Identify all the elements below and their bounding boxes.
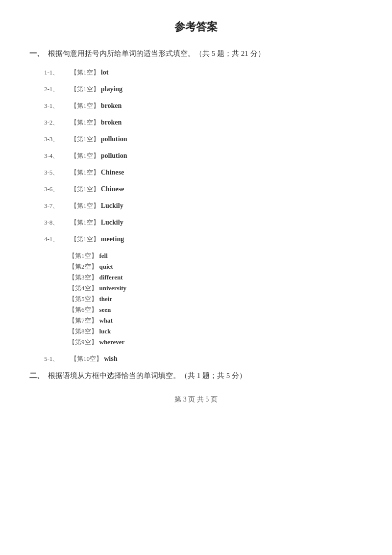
sub-bracket: 【第8空】 xyxy=(69,327,98,336)
sub-answer-text: quiet xyxy=(99,263,113,271)
bracket-label: 【第1空】 xyxy=(71,185,101,193)
answer-text: Chinese xyxy=(101,185,124,193)
bracket-label: 【第1空】 xyxy=(71,152,101,159)
item-label: 3-8、 xyxy=(44,218,69,227)
answer-item: 3-4、【第1空】 pollution xyxy=(29,151,363,160)
sub-answer-line: 【第5空】 their xyxy=(69,295,363,303)
answer-text: Luckily xyxy=(101,202,123,209)
sub-bracket: 【第5空】 xyxy=(69,295,98,303)
answer-item: 1-1、【第1空】 lot xyxy=(29,68,363,77)
item-label: 3-5、 xyxy=(44,168,69,177)
sub-answers: 【第1空】 fell【第2空】 quiet【第3空】 different【第4空… xyxy=(29,252,363,347)
item-label: 3-4、 xyxy=(44,151,69,160)
answer-text: broken xyxy=(101,102,122,109)
sub-bracket: 【第3空】 xyxy=(69,273,98,282)
answer-text: playing xyxy=(101,85,122,93)
item-content: 【第1空】 pollution xyxy=(71,151,127,160)
sub-answer-line: 【第9空】 wherever xyxy=(69,338,363,347)
answer-item: 2-1、【第1空】 playing xyxy=(29,85,363,94)
item-label: 3-6、 xyxy=(44,185,69,194)
section1-header: 一、 根据句意用括号内所给单词的适当形式填空。（共 5 题；共 21 分） xyxy=(29,49,363,58)
sub-answer-line: 【第7空】 what xyxy=(69,316,363,325)
answer-text: Luckily xyxy=(101,219,123,226)
answer-text: lot xyxy=(101,69,109,76)
bracket-label: 【第1空】 xyxy=(71,202,101,209)
item-content: 【第1空】 meeting xyxy=(71,235,124,244)
item-label: 1-1、 xyxy=(44,68,69,77)
sub-answer-text: their xyxy=(99,295,113,303)
answer-item: 3-3、【第1空】 pollution xyxy=(29,135,363,144)
section1-number: 一、 xyxy=(29,49,44,58)
sub-answer-line: 【第8空】 luck xyxy=(69,327,363,336)
bracket-label: 【第1空】 xyxy=(71,219,101,226)
bracket-label: 【第1空】 xyxy=(71,169,101,176)
answer-item: 3-7、【第1空】 Luckily xyxy=(29,202,363,210)
sub-answer-text: university xyxy=(99,284,127,292)
answer-item: 3-6、【第1空】 Chinese xyxy=(29,185,363,194)
item-label: 3-7、 xyxy=(44,202,69,210)
section2-title: 根据语境从方框中选择恰当的单词填空。（共 1 题；共 5 分） xyxy=(48,371,363,380)
sub-bracket: 【第2空】 xyxy=(69,262,98,271)
answer-text-5-1: wish xyxy=(104,355,117,362)
item-content: 【第1空】 broken xyxy=(71,118,122,127)
answer-5-1: 5-1、【第10空】 wish xyxy=(29,354,363,363)
sub-answer-text: seen xyxy=(99,306,111,314)
section2-header: 二、 根据语境从方框中选择恰当的单词填空。（共 1 题；共 5 分） xyxy=(29,371,363,380)
answer-item: 3-1、【第1空】 broken xyxy=(29,101,363,110)
answer-item: 3-2、【第1空】 broken xyxy=(29,118,363,127)
page-footer: 第 3 页 共 5 页 xyxy=(29,395,363,404)
bracket-label: 【第1空】 xyxy=(71,102,101,109)
answer-text: pollution xyxy=(101,152,127,159)
page-title: 参考答案 xyxy=(29,20,363,34)
bracket-5-1: 【第10空】 xyxy=(71,355,104,362)
sub-bracket: 【第7空】 xyxy=(69,316,98,325)
item-label: 3-3、 xyxy=(44,135,69,144)
item-content: 【第1空】 Luckily xyxy=(71,218,123,227)
item-label: 4-1、 xyxy=(44,235,69,244)
item-content: 【第1空】 broken xyxy=(71,101,122,110)
sub-answer-line: 【第6空】 seen xyxy=(69,305,363,314)
sub-bracket: 【第6空】 xyxy=(69,305,98,314)
sub-answer-text: fell xyxy=(99,252,108,260)
item-content: 【第1空】 playing xyxy=(71,85,122,94)
item-label: 3-2、 xyxy=(44,118,69,127)
item-content: 【第1空】 lot xyxy=(71,68,108,77)
answer-text: pollution xyxy=(101,135,127,143)
sub-answer-text: different xyxy=(99,274,123,281)
answer-item: 3-5、【第1空】 Chinese xyxy=(29,168,363,177)
sub-answer-text: what xyxy=(99,317,113,325)
answers-container: 1-1、【第1空】 lot2-1、【第1空】 playing3-1、【第1空】 … xyxy=(29,68,363,363)
bracket-label: 【第1空】 xyxy=(71,85,101,93)
answer-item: 4-1、【第1空】 meeting xyxy=(29,235,363,244)
answer-text: broken xyxy=(101,119,122,126)
sub-bracket: 【第4空】 xyxy=(69,284,98,293)
bracket-label: 【第1空】 xyxy=(71,135,101,143)
answer-text: Chinese xyxy=(101,169,124,176)
bracket-label: 【第1空】 xyxy=(71,235,101,243)
item-label: 2-1、 xyxy=(44,85,69,94)
section2-number: 二、 xyxy=(29,371,44,380)
sub-answer-text: luck xyxy=(99,328,111,335)
sub-answer-line: 【第2空】 quiet xyxy=(69,262,363,271)
item-label: 3-1、 xyxy=(44,101,69,110)
sub-answer-line: 【第1空】 fell xyxy=(69,252,363,260)
item-content: 【第1空】 Chinese xyxy=(71,168,124,177)
sub-bracket: 【第1空】 xyxy=(69,252,98,260)
bracket-label: 【第1空】 xyxy=(71,69,101,76)
sub-answer-line: 【第3空】 different xyxy=(69,273,363,282)
answer-text: meeting xyxy=(101,235,124,243)
sub-answer-line: 【第4空】 university xyxy=(69,284,363,293)
sub-answer-text: wherever xyxy=(99,338,125,346)
item-content: 【第1空】 pollution xyxy=(71,135,127,144)
section1-title: 根据句意用括号内所给单词的适当形式填空。（共 5 题；共 21 分） xyxy=(48,49,363,58)
bracket-label: 【第1空】 xyxy=(71,119,101,126)
item-content-5-1: 【第10空】 wish xyxy=(71,354,117,363)
sub-bracket: 【第9空】 xyxy=(69,338,98,347)
answer-item: 3-8、【第1空】 Luckily xyxy=(29,218,363,227)
item-label-5-1: 5-1、 xyxy=(44,354,69,363)
item-content: 【第1空】 Luckily xyxy=(71,202,123,210)
item-content: 【第1空】 Chinese xyxy=(71,185,124,194)
